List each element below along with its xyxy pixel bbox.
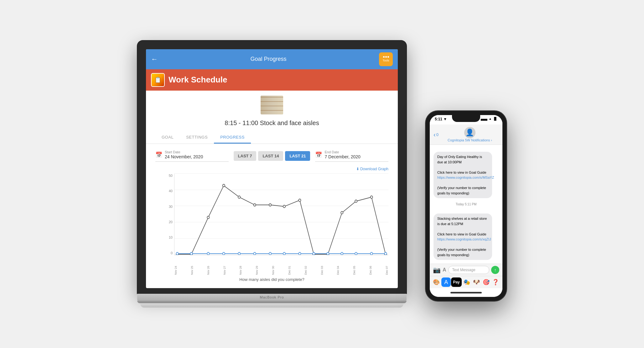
contact-container: 👤 Cognitopia 5W Notifications › bbox=[441, 127, 499, 142]
chart-svg bbox=[174, 174, 388, 255]
task-title: 8:15 - 11:00 Stock and face aisles bbox=[146, 117, 398, 132]
blue-point-14 bbox=[370, 252, 372, 255]
gray-point-14 bbox=[370, 196, 372, 198]
gray-data-line bbox=[177, 186, 386, 254]
back-count: 0 bbox=[436, 132, 439, 137]
x-label-nov30: Nov 30 bbox=[272, 266, 275, 275]
start-date-value: 24 November, 2020 bbox=[165, 154, 203, 159]
last14-button[interactable]: LAST 14 bbox=[258, 151, 283, 161]
x-label-dec06: Dec 06 bbox=[369, 266, 372, 275]
x-label-dec07: Dec 07 bbox=[385, 266, 388, 275]
dock-icon-animal[interactable]: 🐶 bbox=[472, 277, 481, 287]
text-message-input[interactable]: Text Message bbox=[448, 266, 489, 274]
send-button[interactable]: ↑ bbox=[491, 266, 499, 274]
apps-icon[interactable]: A bbox=[443, 267, 446, 273]
blue-point-10 bbox=[313, 252, 315, 255]
messages-scroll[interactable]: Day of Only Eating Healthy is due at 10:… bbox=[430, 145, 502, 264]
chart-y-labels: 0 10 20 30 40 50 bbox=[165, 174, 173, 255]
gray-point-12 bbox=[341, 211, 343, 214]
dock-icon-appstore[interactable]: A bbox=[441, 277, 451, 287]
x-label-dec02: Dec 02 bbox=[304, 266, 307, 275]
x-label-nov26: Nov 26 bbox=[207, 266, 210, 275]
dock-icon-other[interactable]: ❓ bbox=[491, 277, 500, 287]
macbook-bezel: ← Goal Progress Tools 📋 bbox=[137, 40, 407, 294]
send-arrow-icon: ↑ bbox=[494, 267, 496, 272]
last7-button[interactable]: LAST 7 bbox=[234, 151, 257, 161]
work-schedule-header: 📋 Work Schedule bbox=[146, 69, 398, 91]
tools-dots-grid bbox=[383, 56, 389, 58]
iphone-notch: 5:11 ▼ ▄▄▄ ▲ ▐▌ bbox=[430, 115, 502, 124]
blue-point-4 bbox=[223, 252, 225, 255]
dock-icon-memoji[interactable]: 🎭 bbox=[462, 277, 471, 287]
calendar-icon-end: 📅 bbox=[315, 151, 322, 158]
blue-point-3 bbox=[207, 252, 209, 255]
blue-point-8 bbox=[283, 252, 285, 255]
iphone-dock: 🎨 A Pay 🎭 🐶 🎯 ❓ bbox=[430, 276, 502, 288]
tools-dot-3 bbox=[387, 56, 389, 58]
tools-dot-1 bbox=[383, 56, 385, 58]
iphone-home-bar bbox=[430, 288, 502, 297]
blue-point-6 bbox=[254, 252, 256, 255]
messages-back-button[interactable]: ‹ 0 bbox=[434, 131, 439, 138]
dock-icon-applepay[interactable]: Pay bbox=[451, 277, 462, 287]
message-bubble-healthy: Day of Only Eating Healthy is due at 10:… bbox=[434, 152, 492, 198]
app-header: ← Goal Progress Tools bbox=[146, 49, 398, 69]
macbook-base bbox=[140, 303, 403, 308]
gray-point-4 bbox=[223, 184, 225, 187]
chart-question: How many aisles did you complete? bbox=[155, 277, 388, 282]
battery-icon: ▐▌ bbox=[493, 117, 497, 120]
tab-goal[interactable]: GOAL bbox=[155, 132, 180, 144]
tools-dot-2 bbox=[385, 56, 387, 58]
dock-icon-photos[interactable]: 🎨 bbox=[432, 277, 441, 287]
end-date-field: 📅 End Date 7 December, 2020 bbox=[315, 150, 388, 162]
message-timestamp: Today 5:11 PM bbox=[434, 203, 499, 206]
scene: ← Goal Progress Tools 📋 bbox=[125, 28, 519, 320]
chart-x-labels: Nov 24 Nov 25 Nov 26 Nov 27 Nov 28 Nov 2… bbox=[165, 265, 388, 275]
date-row: 📅 Start Date 24 November, 2020 LAST 7 LA… bbox=[155, 150, 388, 162]
goal-link-1[interactable]: https://www.cognitopia.com/s/MSaYZ bbox=[437, 176, 494, 179]
tab-settings[interactable]: SETTINGS bbox=[180, 132, 214, 144]
iphone-time: 5:11 ▼ bbox=[435, 117, 447, 121]
y-label-0: 0 bbox=[165, 251, 173, 255]
blue-point-2 bbox=[190, 252, 192, 255]
download-graph-button[interactable]: ⬇ Download Graph bbox=[155, 167, 388, 171]
back-button[interactable]: ← bbox=[151, 55, 158, 63]
page-title: Goal Progress bbox=[158, 56, 379, 62]
start-date-text: Start Date 24 November, 2020 bbox=[165, 150, 203, 160]
status-icons: ▄▄▄ ▲ ▐▌ bbox=[481, 117, 497, 120]
contact-name[interactable]: Cognitopia 5W Notifications › bbox=[441, 138, 499, 142]
last21-button[interactable]: LAST 21 bbox=[285, 151, 310, 161]
gray-point-13 bbox=[355, 200, 357, 202]
chart-container: 0 10 20 30 40 50 bbox=[174, 174, 388, 255]
tabs-row: GOAL SETTINGS PROGRESS bbox=[146, 132, 398, 144]
tools-button[interactable]: Tools bbox=[379, 52, 393, 66]
macbook-hinge bbox=[137, 301, 407, 303]
iphone-screen: 5:11 ▼ ▄▄▄ ▲ ▐▌ ‹ 0 👤 Cognitop bbox=[430, 115, 502, 297]
tab-progress[interactable]: PROGRESS bbox=[214, 132, 251, 144]
gray-point-5 bbox=[238, 196, 240, 198]
blue-point-7 bbox=[269, 252, 271, 255]
end-date-label: End Date bbox=[325, 150, 360, 154]
date-buttons-group: LAST 7 LAST 14 LAST 21 bbox=[234, 151, 310, 161]
y-label-20: 20 bbox=[165, 220, 173, 224]
progress-section: 📅 Start Date 24 November, 2020 LAST 7 LA… bbox=[146, 144, 398, 288]
notch-pill bbox=[452, 115, 480, 122]
gray-point-9 bbox=[299, 199, 301, 201]
x-label-dec01: Dec 01 bbox=[288, 266, 291, 275]
task-image-container bbox=[146, 91, 398, 117]
signal-icon: ▄▄▄ bbox=[481, 117, 487, 120]
dock-icon-target[interactable]: 🎯 bbox=[481, 277, 491, 287]
blue-point-9 bbox=[299, 252, 301, 255]
camera-icon[interactable]: 📷 bbox=[433, 266, 441, 274]
macbook-screen: ← Goal Progress Tools 📋 bbox=[146, 49, 398, 288]
messages-input-row: 📷 A Text Message ↑ bbox=[430, 264, 502, 276]
goal-link-2[interactable]: https://www.cognitopia.com/s/xqZIJ bbox=[437, 237, 491, 241]
end-date-text: End Date 7 December, 2020 bbox=[325, 150, 360, 160]
x-label-dec04: Dec 04 bbox=[336, 266, 340, 275]
blue-point-5 bbox=[238, 252, 240, 255]
x-label-nov25: Nov 25 bbox=[190, 266, 194, 275]
x-label-nov24: Nov 24 bbox=[174, 266, 177, 275]
iphone: 5:11 ▼ ▄▄▄ ▲ ▐▌ ‹ 0 👤 Cognitop bbox=[425, 111, 507, 301]
end-date-value: 7 December, 2020 bbox=[325, 154, 360, 159]
x-label-nov29: Nov 29 bbox=[255, 266, 258, 275]
